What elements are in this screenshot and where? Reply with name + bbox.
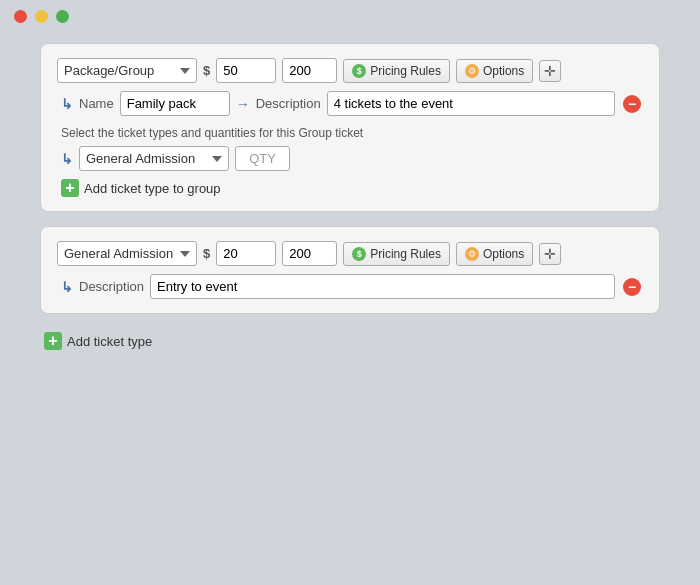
move-icon-1[interactable]: ✛	[539, 60, 561, 82]
remove-button-2[interactable]: −	[621, 276, 643, 298]
group-info-text: Select the ticket types and quantities f…	[57, 126, 643, 140]
add-ticket-type-label: Add ticket type	[67, 334, 152, 349]
price-input-1[interactable]	[216, 58, 276, 83]
qty-input-2[interactable]	[282, 241, 337, 266]
options-icon-2	[465, 247, 479, 261]
remove-button-1[interactable]: −	[621, 93, 643, 115]
dollar-sign-2: $	[203, 246, 210, 261]
desc-input-2[interactable]	[150, 274, 615, 299]
desc-input-1[interactable]	[327, 91, 615, 116]
main-content: Package/GroupGeneral AdmissionVIPStudent…	[0, 33, 700, 370]
ticket-card-2: General AdmissionPackage/GroupVIPStudent…	[40, 226, 660, 314]
options-label-2: Options	[483, 247, 524, 261]
options-label-1: Options	[483, 64, 524, 78]
add-ticket-type-button[interactable]: + Add ticket type	[44, 332, 152, 350]
ticket-type-select-2[interactable]: General AdmissionPackage/GroupVIPStudent	[57, 241, 197, 266]
name-label-1: Name	[79, 96, 114, 111]
group-ticket-row: ↳ General AdmissionVIPStudent QTY	[57, 146, 643, 171]
pricing-rules-icon-2	[352, 247, 366, 261]
card1-name-row: ↳ Name → Description −	[57, 91, 643, 116]
pricing-rules-icon-1	[352, 64, 366, 78]
pricing-rules-button-1[interactable]: Pricing Rules	[343, 59, 450, 83]
maximize-button[interactable]	[56, 10, 69, 23]
card1-main-row: Package/GroupGeneral AdmissionVIPStudent…	[57, 58, 643, 83]
qty-placeholder-label: QTY	[235, 146, 290, 171]
remove-icon-2: −	[623, 278, 641, 296]
add-ticket-to-group-button[interactable]: + Add ticket type to group	[61, 179, 221, 197]
sub-ticket-type-select[interactable]: General AdmissionVIPStudent	[79, 146, 229, 171]
ticket-card-1: Package/GroupGeneral AdmissionVIPStudent…	[40, 43, 660, 212]
close-button[interactable]	[14, 10, 27, 23]
options-icon-1	[465, 64, 479, 78]
plus-icon-group: +	[61, 179, 79, 197]
arrow-indent-group: ↳	[61, 151, 73, 167]
add-ticket-to-group-row: + Add ticket type to group	[57, 179, 643, 197]
move-icon-2[interactable]: ✛	[539, 243, 561, 265]
remove-icon-1: −	[623, 95, 641, 113]
card2-desc-row: ↳ Description −	[57, 274, 643, 299]
arrow-indent-2: ↳	[61, 279, 73, 295]
qty-input-1[interactable]	[282, 58, 337, 83]
plus-icon-outer: +	[44, 332, 62, 350]
ticket-type-select-1[interactable]: Package/GroupGeneral AdmissionVIPStudent	[57, 58, 197, 83]
title-bar	[0, 0, 700, 33]
minimize-button[interactable]	[35, 10, 48, 23]
arrow-indent-1: ↳	[61, 96, 73, 112]
desc-arrow-1: →	[236, 96, 250, 112]
pricing-rules-label-2: Pricing Rules	[370, 247, 441, 261]
options-button-2[interactable]: Options	[456, 242, 533, 266]
price-input-2[interactable]	[216, 241, 276, 266]
pricing-rules-label-1: Pricing Rules	[370, 64, 441, 78]
add-ticket-to-group-label: Add ticket type to group	[84, 181, 221, 196]
desc-label-2: Description	[79, 279, 144, 294]
add-ticket-type-row: + Add ticket type	[40, 332, 660, 350]
pricing-rules-button-2[interactable]: Pricing Rules	[343, 242, 450, 266]
dollar-sign-1: $	[203, 63, 210, 78]
name-input-1[interactable]	[120, 91, 230, 116]
card2-main-row: General AdmissionPackage/GroupVIPStudent…	[57, 241, 643, 266]
options-button-1[interactable]: Options	[456, 59, 533, 83]
desc-label-1: Description	[256, 96, 321, 111]
